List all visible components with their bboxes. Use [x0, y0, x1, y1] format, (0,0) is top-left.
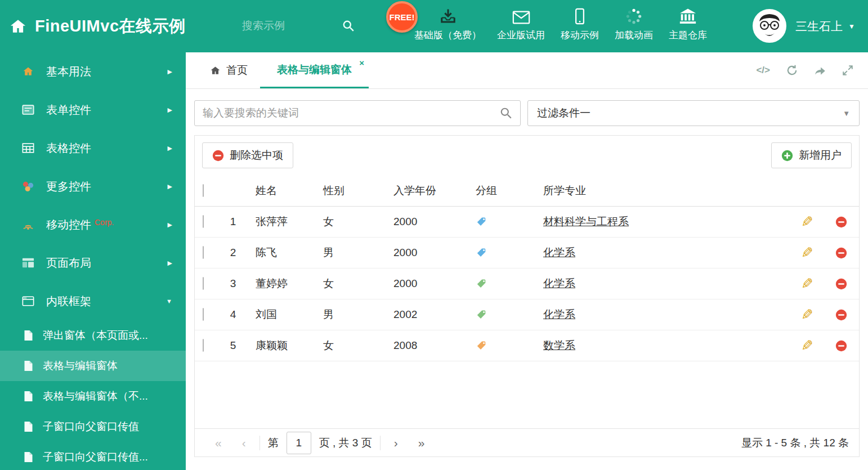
delete-selected-button[interactable]: 删除选中项: [202, 142, 293, 168]
filter-selected-value: 过滤条件一: [537, 106, 590, 120]
main-content: 首页 表格与编辑窗体 × </>: [186, 52, 868, 470]
column-name[interactable]: 姓名: [245, 183, 313, 198]
search-icon[interactable]: [500, 107, 512, 119]
sidebar-item-iframe[interactable]: 内联框架 ▼: [0, 282, 186, 320]
row-checkbox[interactable]: [203, 246, 204, 259]
delete-icon[interactable]: [823, 247, 859, 259]
next-page-button[interactable]: ›: [384, 436, 408, 450]
corp-badge: Corp.: [95, 218, 114, 227]
sidebar-item-basic-usage[interactable]: 基本用法 ▶: [0, 52, 186, 91]
column-gender[interactable]: 性别: [313, 183, 383, 198]
app-header: FineUIMvc在线示例 FREE! 基础版（免费） 企业版试用 移动示例: [0, 0, 868, 52]
row-checkbox[interactable]: [203, 308, 204, 321]
delete-icon[interactable]: [823, 216, 859, 228]
tab-grid-edit-window[interactable]: 表格与编辑窗体 ×: [260, 52, 369, 88]
edit-icon[interactable]: ✎: [801, 276, 813, 291]
column-year[interactable]: 入学年份: [383, 183, 466, 198]
prev-page-button[interactable]: ‹: [232, 436, 256, 450]
source-code-icon[interactable]: </>: [756, 65, 770, 76]
major-link[interactable]: 化学系: [543, 247, 575, 258]
delete-icon[interactable]: [823, 309, 859, 321]
expand-icon[interactable]: [842, 65, 853, 76]
column-major[interactable]: 所学专业: [533, 183, 791, 198]
nav-loading-anim[interactable]: 加载动画: [607, 6, 661, 42]
page-number-input[interactable]: [287, 432, 311, 454]
row-index: 4: [221, 308, 245, 321]
add-user-button[interactable]: 新增用户: [771, 142, 852, 168]
edit-icon[interactable]: ✎: [801, 214, 813, 229]
table-row: 1 张萍萍 女 2000 材料科学与工程系 ✎: [195, 207, 859, 238]
filter-row: 过滤条件一 ▼: [186, 89, 868, 126]
download-icon: [440, 6, 457, 25]
row-checkbox[interactable]: [203, 277, 204, 290]
delete-icon[interactable]: [823, 340, 859, 352]
major-link[interactable]: 数学系: [543, 339, 575, 351]
envelope-icon: [512, 6, 530, 25]
table-row: 3 董婷婷 女 2000 化学系 ✎: [195, 268, 859, 299]
nav-mobile-demo[interactable]: 移动示例: [553, 6, 607, 42]
tab-home[interactable]: 首页: [197, 52, 260, 88]
edit-icon[interactable]: ✎: [801, 307, 813, 322]
refresh-icon[interactable]: [786, 64, 798, 77]
major-link[interactable]: 化学系: [543, 308, 575, 320]
table-row: 5 康颖颖 女 2008 数学系 ✎: [195, 330, 859, 361]
delete-icon[interactable]: [823, 278, 859, 290]
sidebar-item-form-controls[interactable]: 表单控件 ▶: [0, 91, 186, 129]
close-icon[interactable]: ×: [359, 58, 364, 68]
table-header: 姓名 性别 入学年份 分组 所学专业: [195, 175, 859, 207]
sidebar: 基本用法 ▶ 表单控件 ▶ 表格控件 ▶ 更多控件 ▶: [0, 52, 186, 470]
nav-theme-store[interactable]: 主题仓库: [661, 6, 715, 42]
cell-year: 2000: [383, 216, 466, 228]
column-group[interactable]: 分组: [466, 183, 533, 198]
frame-icon: [21, 294, 35, 308]
table-row: 4 刘国 男 2002 化学系 ✎: [195, 299, 859, 330]
brand[interactable]: FineUIMvc在线示例: [9, 0, 186, 52]
nav-basic-edition[interactable]: 基础版（免费）: [406, 6, 489, 42]
header-nav: 基础版（免费） 企业版试用 移动示例 加载动画 主题仓库: [406, 6, 715, 42]
major-link[interactable]: 化学系: [543, 277, 575, 289]
search-icon[interactable]: [342, 20, 355, 32]
sidebar-item-more-controls[interactable]: 更多控件 ▶: [0, 167, 186, 205]
file-icon: [24, 421, 34, 432]
avatar[interactable]: [753, 9, 786, 43]
tag-icon: [466, 340, 533, 351]
header-search: [242, 14, 355, 38]
edit-icon[interactable]: ✎: [801, 338, 813, 353]
sidebar-subitem-child-to-parent-2[interactable]: 子窗口向父窗口传值...: [0, 442, 186, 470]
filter-dropdown[interactable]: 过滤条件一 ▼: [527, 100, 860, 126]
signal-icon: [21, 218, 35, 231]
sidebar-subitem-grid-edit-window[interactable]: 表格与编辑窗体: [0, 351, 186, 381]
spinner-icon: [625, 6, 642, 25]
tag-icon: [466, 278, 533, 289]
cell-year: 2000: [383, 277, 466, 290]
grid-toolbar: 删除选中项 新增用户: [195, 136, 859, 175]
sidebar-subitem-child-to-parent[interactable]: 子窗口向父窗口传值: [0, 411, 186, 442]
sidebar-item-grid-controls[interactable]: 表格控件 ▶: [0, 129, 186, 167]
caret-down-icon: ▼: [848, 23, 855, 30]
nav-enterprise-trial[interactable]: 企业版试用: [489, 6, 553, 42]
cell-gender: 女: [313, 276, 383, 291]
sidebar-subitem-grid-edit-window-2[interactable]: 表格与编辑窗体（不...: [0, 381, 186, 411]
row-checkbox[interactable]: [203, 339, 204, 352]
header-search-input[interactable]: [242, 20, 326, 32]
user-menu[interactable]: 三生石上 ▼: [795, 0, 855, 52]
row-checkbox[interactable]: [203, 215, 204, 228]
keyword-search: [194, 100, 521, 126]
sidebar-item-mobile-controls[interactable]: 移动控件 Corp. ▶: [0, 205, 186, 244]
keyword-search-input[interactable]: [203, 107, 500, 119]
chevron-right-icon: ▶: [168, 221, 172, 229]
layout-icon: [21, 256, 35, 270]
sidebar-subitem-popup-window[interactable]: 弹出窗体（本页面或...: [0, 320, 186, 351]
cell-gender: 男: [313, 307, 383, 322]
major-link[interactable]: 材料科学与工程系: [543, 216, 629, 227]
edit-icon[interactable]: ✎: [801, 245, 813, 260]
tag-icon: [466, 309, 533, 320]
cell-name: 陈飞: [245, 245, 313, 260]
sidebar-item-page-layout[interactable]: 页面布局 ▶: [0, 244, 186, 282]
first-page-button[interactable]: «: [205, 436, 232, 450]
file-icon: [24, 360, 34, 371]
cell-gender: 女: [313, 214, 383, 229]
select-all-checkbox[interactable]: [203, 184, 204, 197]
last-page-button[interactable]: »: [408, 436, 435, 450]
share-icon[interactable]: [814, 65, 826, 76]
